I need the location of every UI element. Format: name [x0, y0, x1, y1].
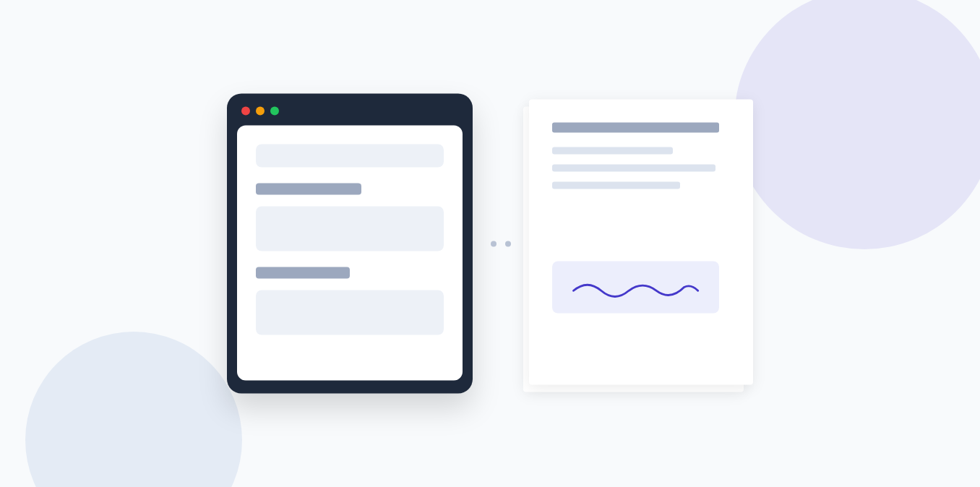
signature-icon	[567, 272, 705, 301]
document-text-line	[552, 164, 715, 171]
connector-dots	[491, 241, 511, 246]
form-label-2	[256, 267, 350, 279]
signature-field[interactable]	[552, 261, 719, 313]
connector-dot-icon	[491, 241, 497, 246]
illustration-container	[227, 94, 753, 394]
document-front-page	[529, 99, 753, 384]
document-text-line	[552, 181, 680, 189]
maximize-icon[interactable]	[270, 107, 279, 116]
form-input-title[interactable]	[256, 145, 444, 168]
form-window	[227, 94, 473, 394]
window-controls	[237, 104, 463, 126]
form-textarea-1[interactable]	[256, 207, 444, 251]
close-icon[interactable]	[241, 107, 250, 116]
form-label-1	[256, 184, 361, 195]
decorative-circle-bottom	[25, 332, 242, 487]
decorative-circle-top	[734, 0, 980, 249]
form-textarea-2[interactable]	[256, 290, 444, 335]
document-text-line	[552, 147, 673, 154]
connector-dot-icon	[505, 241, 511, 246]
document-stack	[529, 99, 753, 388]
form-content	[237, 126, 463, 381]
minimize-icon[interactable]	[256, 107, 265, 116]
document-title-placeholder	[552, 122, 719, 132]
